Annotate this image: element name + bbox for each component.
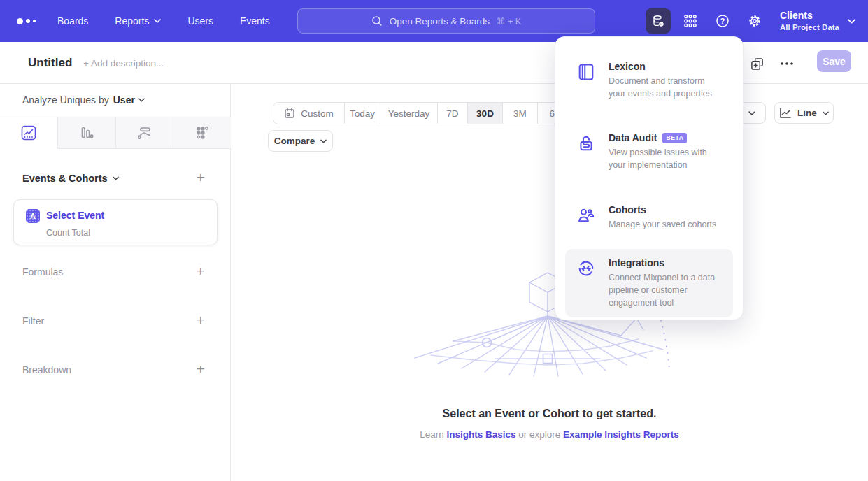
data-management-button[interactable] xyxy=(646,8,671,34)
event-card[interactable]: A Select Event Count Total xyxy=(13,199,218,245)
project-name: All Project Data xyxy=(780,22,839,32)
event-aggregation[interactable]: Count Total xyxy=(46,228,90,238)
analyze-label: Analyze Uniques by xyxy=(22,94,109,106)
empty-state-subtitle: Learn Insights Basics or explore Example… xyxy=(231,429,868,440)
learn-prefix: Learn xyxy=(420,429,444,440)
line-chart-tab-icon xyxy=(21,125,36,141)
range-yesterday[interactable]: Yesterday xyxy=(380,103,438,124)
date-range-control: Custom Today Yesterday 7D 30D 3M 6M xyxy=(273,102,575,124)
analyze-entity-dropdown[interactable]: User xyxy=(113,94,145,106)
ellipsis-icon xyxy=(781,62,793,65)
help-button[interactable]: ? xyxy=(710,8,735,34)
menu-item-title: Data Audit xyxy=(609,132,657,143)
formulas-label: Formulas xyxy=(22,266,63,278)
chevron-down-icon xyxy=(113,176,119,180)
calendar-icon xyxy=(284,108,295,119)
primary-nav: Boards Reports Users Events xyxy=(57,15,270,27)
filter-label: Filter xyxy=(22,315,44,326)
insights-basics-link[interactable]: Insights Basics xyxy=(446,429,515,440)
nav-users[interactable]: Users xyxy=(187,15,213,27)
select-event-button[interactable]: Select Event xyxy=(46,210,104,221)
menu-item-title: Integrations xyxy=(609,257,664,268)
settings-button[interactable] xyxy=(742,8,767,34)
range-3m-label: 3M xyxy=(513,108,527,119)
search-placeholder: Open Reports & Boards xyxy=(390,16,490,27)
menu-item-desc: Manage your saved cohorts xyxy=(609,218,716,231)
mixpanel-logo-icon[interactable] xyxy=(17,18,41,24)
nav-boards[interactable]: Boards xyxy=(57,15,88,27)
chevron-down-icon xyxy=(138,98,145,102)
example-reports-link[interactable]: Example Insights Reports xyxy=(563,429,679,440)
range-30d-label: 30D xyxy=(476,108,494,119)
tab-flow[interactable] xyxy=(116,117,174,149)
range-7d[interactable]: 7D xyxy=(438,103,468,124)
add-breakdown-button[interactable]: + xyxy=(193,362,208,378)
range-yesterday-label: Yesterday xyxy=(388,108,430,119)
beta-badge: BETA xyxy=(662,133,687,143)
menu-item-integrations[interactable]: Integrations Connect Mixpanel to a data … xyxy=(565,249,733,317)
add-formula-button[interactable]: + xyxy=(193,264,208,280)
search-shortcut: ⌘ + K xyxy=(497,16,521,27)
chevron-down-icon xyxy=(848,19,855,24)
nav-reports[interactable]: Reports xyxy=(115,15,161,27)
project-switcher[interactable]: Clients All Project Data xyxy=(780,10,855,32)
tab-insights-line[interactable] xyxy=(0,117,58,149)
chart-type-label: Line xyxy=(797,108,817,118)
chevron-down-icon xyxy=(154,19,161,23)
menu-item-title: Lexicon xyxy=(609,61,646,72)
nav-events-label: Events xyxy=(240,15,270,27)
bar-chart-tab-icon xyxy=(79,125,94,141)
svg-text:?: ? xyxy=(720,17,725,25)
analyze-uniques-row: Analyze Uniques by User xyxy=(22,94,145,106)
range-custom[interactable]: Custom xyxy=(273,103,345,124)
global-search-input[interactable]: Open Reports & Boards ⌘ + K xyxy=(297,8,595,34)
integrations-sync-icon xyxy=(576,257,597,309)
chevron-down-icon xyxy=(748,111,755,115)
menu-item-lexicon[interactable]: Lexicon Document and transform your even… xyxy=(565,52,733,108)
range-today[interactable]: Today xyxy=(345,103,380,124)
tab-metrics-grid[interactable] xyxy=(173,117,231,149)
explore-text: or explore xyxy=(518,429,560,440)
empty-state-title: Select an Event or Cohort to get started… xyxy=(231,408,868,420)
top-navigation: Boards Reports Users Events Open Reports… xyxy=(0,0,868,42)
chart-type-dropdown[interactable]: Line xyxy=(774,102,834,124)
range-30d[interactable]: 30D xyxy=(468,103,503,124)
search-icon xyxy=(371,15,383,27)
nav-reports-label: Reports xyxy=(115,15,149,27)
more-options-button[interactable] xyxy=(780,57,794,71)
range-custom-label: Custom xyxy=(301,108,334,119)
data-management-menu: Lexicon Document and transform your even… xyxy=(555,36,744,320)
menu-item-desc: Document and transform your events and p… xyxy=(609,75,722,100)
cohorts-people-icon xyxy=(576,204,597,231)
nav-events[interactable]: Events xyxy=(240,15,270,27)
nav-right-group: ? Clients All Project Data xyxy=(646,0,855,42)
grid-dots-icon xyxy=(683,14,697,28)
save-button[interactable]: Save xyxy=(817,50,851,72)
compare-label: Compare xyxy=(274,136,315,146)
gear-icon xyxy=(747,13,762,29)
range-7d-label: 7D xyxy=(446,108,458,119)
copy-plus-icon xyxy=(750,57,764,71)
menu-item-cohorts[interactable]: Cohorts Manage your saved cohorts xyxy=(565,196,733,239)
tab-bar-chart[interactable] xyxy=(58,117,116,149)
add-filter-button[interactable]: + xyxy=(193,313,208,329)
range-3m[interactable]: 3M xyxy=(503,103,538,124)
analyze-entity-value: User xyxy=(113,94,135,106)
org-name: Clients xyxy=(780,10,839,22)
dots-grid-tab-icon xyxy=(194,125,210,141)
compare-dropdown[interactable]: Compare xyxy=(268,130,333,152)
nav-boards-label: Boards xyxy=(57,15,88,27)
events-cohorts-header[interactable]: Events & Cohorts xyxy=(22,173,119,184)
duplicate-report-button[interactable] xyxy=(750,57,764,71)
menu-item-title: Cohorts xyxy=(609,204,646,215)
report-canvas: Custom Today Yesterday 7D 30D 3M 6M Line… xyxy=(231,84,868,481)
line-chart-icon xyxy=(779,108,792,119)
add-event-button[interactable]: + xyxy=(193,171,208,186)
events-cohorts-label: Events & Cohorts xyxy=(22,173,108,184)
visualization-tabs xyxy=(0,117,231,149)
breakdown-label: Breakdown xyxy=(22,364,71,375)
menu-item-data-audit[interactable]: Data Audit BETA View possible issues wit… xyxy=(565,124,733,180)
report-title[interactable]: Untitled xyxy=(28,56,72,70)
apps-grid-button[interactable] xyxy=(678,8,703,34)
report-description-input[interactable]: + Add description... xyxy=(83,58,164,69)
